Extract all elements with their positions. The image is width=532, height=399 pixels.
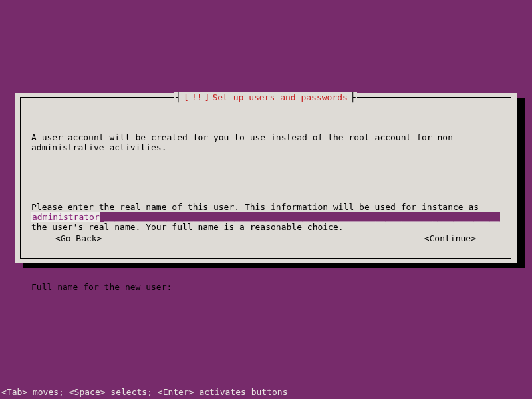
dialog-title: ┤ [!!] Set up users and passwords ├ (21, 92, 511, 102)
body-para1: A user account will be created for you t… (31, 132, 500, 152)
title-deco-left: ┤ (174, 92, 182, 102)
go-back-button[interactable]: <Go Back> (31, 233, 102, 243)
dialog: ┤ [!!] Set up users and passwords ├ A us… (15, 93, 517, 263)
fullname-input-fill: ________________________________________… (104, 212, 500, 222)
title-bang: !! (190, 92, 203, 102)
spacer (31, 172, 500, 182)
continue-button[interactable]: <Continue> (424, 233, 500, 243)
nav-row: <Go Back> <Continue> (31, 233, 500, 243)
title-text: Set up users and passwords (211, 92, 349, 102)
title-deco-right: ├ (349, 92, 357, 102)
body-prompt: Full name for the new user: (31, 282, 500, 292)
spacer (31, 252, 500, 262)
title-mark-open: [ (182, 92, 190, 102)
fullname-input[interactable]: administrator __________________________… (31, 212, 500, 222)
dialog-border: ┤ [!!] Set up users and passwords ├ A us… (20, 97, 511, 259)
fullname-input-value: administrator (31, 212, 100, 222)
title-mark-close: ] (203, 92, 211, 102)
footer-hint: <Tab> moves; <Space> selects; <Enter> ac… (0, 387, 532, 397)
